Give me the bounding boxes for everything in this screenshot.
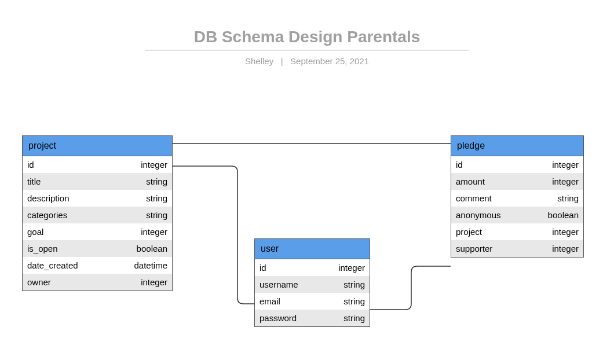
table-row: anonymousboolean [451,207,583,223]
table-row: supporterinteger [451,240,583,257]
table-row: idinteger [255,259,370,276]
table-user: user idinteger usernamestring emailstrin… [254,238,370,327]
table-row: is_openboolean [23,240,172,257]
table-row: emailstring [255,293,370,310]
table-project: project idinteger titlestring descriptio… [22,135,173,291]
table-row: goalinteger [23,223,172,240]
table-user-rows: idinteger usernamestring emailstring pas… [255,259,370,326]
table-pledge: pledge idinteger amountinteger commentst… [451,135,584,258]
table-row: commentstring [451,190,583,207]
table-user-header: user [255,239,370,259]
table-row: categoriesstring [23,207,172,223]
table-row: ownerinteger [23,274,172,291]
table-row: idinteger [23,156,172,173]
table-row: usernamestring [255,276,370,293]
connector-project-user [173,166,254,304]
table-project-rows: idinteger titlestring descriptionstring … [23,156,172,291]
table-row: idinteger [451,156,583,173]
table-row: date_createddatetime [23,257,172,274]
table-row: amountinteger [451,173,583,190]
table-pledge-rows: idinteger amountinteger commentstring an… [451,156,583,257]
connector-pledge-user [370,266,451,310]
table-project-header: project [23,136,172,156]
table-pledge-header: pledge [451,136,583,156]
table-row: descriptionstring [23,190,172,207]
table-row: passwordstring [255,310,370,326]
table-row: projectinteger [451,223,583,240]
er-diagram: project idinteger titlestring descriptio… [0,0,614,364]
table-row: titlestring [23,173,172,190]
